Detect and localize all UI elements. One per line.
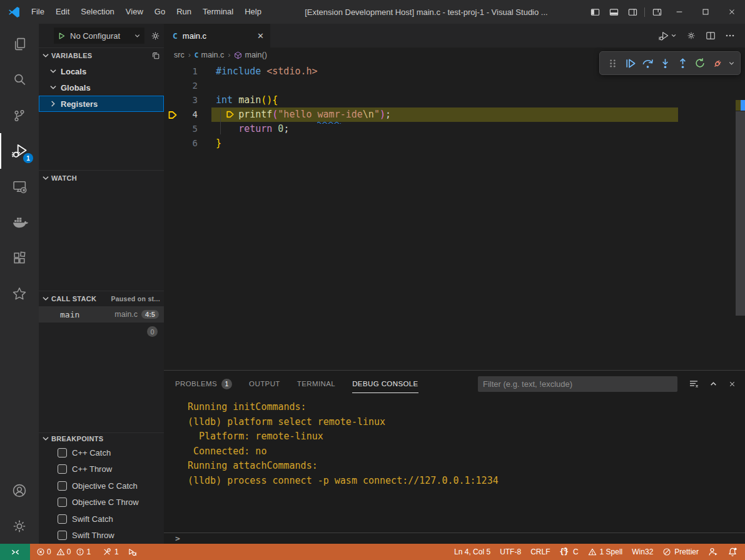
status-debug-session[interactable]	[128, 548, 137, 557]
variables-item-globals[interactable]: Globals	[39, 79, 164, 96]
line-number[interactable]: 2	[181, 79, 198, 93]
line-number[interactable]: 6	[181, 136, 198, 151]
activitybar-remote-explorer[interactable]	[0, 169, 39, 204]
debug-continue-button[interactable]	[621, 54, 639, 72]
variables-section-header[interactable]: VARIABLES	[39, 48, 164, 63]
code-text[interactable]: return 0;	[216, 122, 289, 136]
breakpoint-gutter[interactable]	[164, 64, 181, 79]
status-cursor-position[interactable]: Ln 4, Col 5	[454, 548, 490, 556]
customize-layout-button[interactable]	[647, 0, 666, 24]
breakpoint-checkbox[interactable]	[58, 531, 67, 540]
line-number[interactable]: 4	[181, 108, 198, 122]
clear-console-icon[interactable]	[689, 379, 699, 389]
breakpoint-gutter[interactable]	[164, 93, 181, 108]
menu-selection[interactable]: Selection	[75, 0, 119, 24]
status-notifications[interactable]	[727, 547, 737, 557]
split-editor-icon[interactable]	[706, 31, 716, 41]
status-problems[interactable]: 0 0 1	[36, 548, 94, 556]
editor-scrollbar[interactable]	[736, 111, 745, 316]
breakpoint-objective-c-throw[interactable]: Objective C Throw	[39, 494, 164, 511]
menu-run[interactable]: Run	[171, 0, 197, 24]
code-text[interactable]: #include <stdio.h>	[216, 64, 318, 79]
panel-tab-problems[interactable]: PROBLEMS1	[175, 371, 232, 397]
minimize-button[interactable]	[666, 0, 692, 24]
breakpoint-swift-throw[interactable]: Swift Throw	[39, 528, 164, 544]
panel-tab-output[interactable]: OUTPUT	[249, 371, 280, 397]
breakpoint-objective-c-catch[interactable]: Objective C Catch	[39, 478, 164, 494]
breadcrumb-item-src[interactable]: src	[174, 51, 185, 59]
debug-step-over-button[interactable]	[639, 54, 656, 72]
breakpoint-checkbox[interactable]	[58, 498, 67, 507]
breakpoint-gutter[interactable]	[164, 136, 181, 151]
maximize-panel-icon[interactable]	[709, 380, 717, 388]
code-text[interactable]: }	[216, 136, 221, 151]
launch-configuration-dropdown[interactable]: No Configurat	[54, 28, 144, 44]
open-launch-json-gear-icon[interactable]	[148, 31, 163, 41]
line-number[interactable]: 5	[181, 122, 198, 136]
code-editor[interactable]: 1#include <stdio.h>23int main(){4 printf…	[164, 62, 745, 370]
code-text[interactable]: printf("hello wamr-ide\n");	[216, 108, 391, 122]
debug-disconnect-button[interactable]	[709, 54, 726, 72]
toggle-panel-button[interactable]	[604, 0, 623, 24]
more-actions-icon[interactable]	[725, 31, 735, 41]
breakpoint-checkbox[interactable]	[58, 481, 67, 491]
breakpoint-swift-catch[interactable]: Swift Catch	[39, 511, 164, 528]
call-stack-section-header[interactable]: CALL STACK Paused on st...	[39, 291, 164, 306]
close-window-button[interactable]	[719, 0, 745, 24]
activitybar-run-and-debug[interactable]: 1	[0, 133, 39, 169]
tab-main-c[interactable]: C main.c ✕	[164, 24, 270, 48]
variables-item-locals[interactable]: Locals	[39, 63, 164, 79]
menu-go[interactable]: Go	[149, 0, 171, 24]
breakpoint-checkbox[interactable]	[58, 448, 67, 458]
status-eol[interactable]: CRLF	[530, 548, 550, 556]
stack-frame-row[interactable]: main main.c 4:5	[39, 306, 164, 322]
activitybar-extensions[interactable]	[0, 240, 39, 276]
debug-console-input[interactable]: >	[164, 532, 745, 544]
breakpoint-c-throw[interactable]: C++ Throw	[39, 461, 164, 478]
toggle-secondary-sidebar-button[interactable]	[623, 0, 642, 24]
close-tab-icon[interactable]: ✕	[257, 31, 264, 41]
activitybar-search[interactable]	[0, 62, 39, 98]
line-number[interactable]: 3	[181, 93, 198, 108]
toggle-primary-sidebar-button[interactable]	[585, 0, 604, 24]
panel-tab-terminal[interactable]: TERMINAL	[297, 371, 335, 397]
panel-tab-debug-console[interactable]: DEBUG CONSOLE	[352, 371, 418, 397]
activitybar-settings[interactable]	[0, 508, 39, 544]
menu-view[interactable]: View	[120, 0, 149, 24]
debug-step-out-button[interactable]	[674, 54, 691, 72]
code-text[interactable]: int main(){	[216, 93, 278, 108]
status-platform[interactable]: Win32	[632, 548, 653, 556]
breakpoint-gutter[interactable]	[164, 108, 181, 122]
status-tools[interactable]: 1	[103, 548, 119, 556]
debug-step-into-button[interactable]	[656, 54, 674, 72]
activitybar-source-control[interactable]	[0, 98, 39, 133]
watch-section-header[interactable]: WATCH	[39, 170, 164, 186]
breakpoint-c-catch[interactable]: C++ Catch	[39, 444, 164, 461]
breadcrumb-item-main-c[interactable]: Cmain.c	[195, 51, 224, 59]
debug-restart-button[interactable]	[691, 54, 709, 72]
breakpoint-checkbox[interactable]	[58, 464, 67, 474]
start-debugging-icon[interactable]	[58, 32, 66, 40]
maximize-button[interactable]	[692, 0, 719, 24]
breakpoint-gutter[interactable]	[164, 79, 181, 93]
debug-gripper-button[interactable]	[604, 54, 621, 72]
editor-settings-gear-icon[interactable]	[686, 31, 696, 41]
menu-file[interactable]: File	[26, 0, 50, 24]
status-feedback[interactable]	[708, 547, 718, 557]
menu-help[interactable]: Help	[239, 0, 267, 24]
breadcrumb-item-main[interactable]: main()	[234, 51, 266, 59]
breakpoint-checkbox[interactable]	[58, 514, 67, 524]
activitybar-explorer[interactable]	[0, 26, 39, 62]
line-number[interactable]: 1	[181, 64, 198, 79]
status-spell[interactable]: 1 Spell	[588, 548, 623, 556]
console-filter-input[interactable]	[478, 376, 677, 392]
breakpoints-section-header[interactable]: BREAKPOINTS	[39, 432, 164, 444]
run-or-debug-button[interactable]	[659, 31, 677, 41]
status-language-mode[interactable]: {}C	[559, 548, 578, 556]
status-encoding[interactable]: UTF-8	[500, 548, 521, 556]
close-panel-icon[interactable]	[728, 380, 736, 388]
copy-value-icon[interactable]	[151, 51, 160, 60]
activitybar-accounts[interactable]	[0, 472, 39, 508]
activitybar-docker[interactable]	[0, 204, 39, 240]
menu-edit[interactable]: Edit	[50, 0, 75, 24]
